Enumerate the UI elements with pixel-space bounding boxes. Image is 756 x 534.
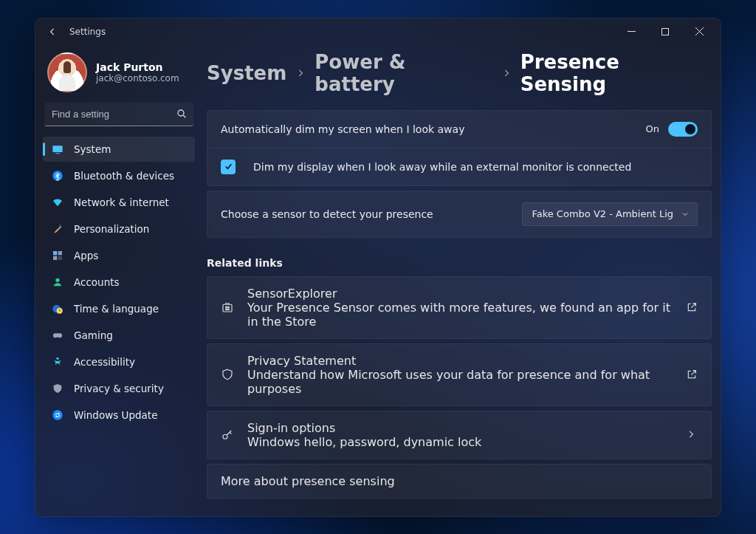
nav-item-label: Accessibility (74, 356, 135, 368)
bluetooth-icon (52, 170, 63, 182)
wifi-icon (52, 196, 63, 208)
svg-rect-14 (223, 304, 232, 312)
chevron-right-icon (501, 68, 512, 78)
link-subtitle: Your Presence Sensor comes with more fea… (247, 301, 673, 329)
nav-item-label: Gaming (74, 329, 113, 341)
nav-item-accounts[interactable]: Accounts (43, 270, 195, 295)
shield-icon (52, 383, 63, 394)
avatar (47, 52, 87, 92)
nav-item-gaming[interactable]: Gaming (43, 323, 195, 348)
nav-item-network[interactable]: Network & internet (43, 190, 195, 215)
key-icon (221, 428, 234, 442)
link-more-about-presence[interactable]: More about presence sensing (207, 465, 711, 498)
nav-item-accessibility[interactable]: Accessibility (43, 349, 195, 374)
app-title: Settings (69, 27, 106, 37)
gamepad-icon (52, 329, 63, 341)
toggle-state-text: On (646, 123, 659, 134)
breadcrumb-power[interactable]: Power & battery (315, 51, 492, 95)
setting-sensor-select: Choose a sensor to detect your presence … (207, 191, 712, 238)
profile-name: Jack Purton (96, 61, 179, 73)
svg-rect-5 (53, 251, 57, 255)
auto-dim-header-row[interactable]: Automatically dim my screen when I look … (207, 111, 711, 148)
nav-item-privacy[interactable]: Privacy & security (43, 376, 195, 401)
svg-rect-0 (662, 28, 669, 35)
store-icon (221, 301, 234, 314)
update-icon (52, 409, 63, 421)
nav-item-label: Windows Update (74, 409, 157, 421)
open-external-icon (686, 301, 698, 313)
link-title: Privacy Statement (247, 354, 673, 368)
link-title: Sign-in options (247, 421, 481, 435)
svg-point-13 (52, 410, 62, 420)
sensor-select-value: Fake Combo V2 - Ambient Lig (532, 208, 673, 219)
nav-list: System Bluetooth & devices Network & int… (43, 137, 195, 428)
profile-email: jack@contoso.com (96, 73, 179, 83)
svg-rect-3 (55, 153, 59, 154)
profile-card[interactable]: Jack Purton jack@contoso.com (43, 45, 195, 103)
svg-rect-8 (58, 256, 62, 259)
close-button[interactable] (682, 18, 716, 45)
nav-item-label: Privacy & security (74, 383, 164, 394)
nav-item-windows-update[interactable]: Windows Update (43, 403, 195, 428)
svg-rect-6 (58, 251, 62, 255)
nav-item-apps[interactable]: Apps (43, 243, 195, 268)
related-link-privacy: Privacy Statement Understand how Microso… (207, 343, 712, 406)
content-area: System Power & battery Presence Sensing … (207, 45, 713, 509)
nav-item-label: Personalization (74, 223, 149, 235)
nav-item-label: Bluetooth & devices (74, 170, 174, 182)
nav-item-system[interactable]: System (43, 137, 195, 162)
settings-window: Settings Jack Purton jack@contoso.com (35, 18, 721, 517)
sensor-select-label: Choose a sensor to detect your presence (221, 208, 509, 220)
globe-clock-icon (52, 303, 63, 315)
related-link-sensor-explorer: SensorExplorer Your Presence Sensor come… (207, 276, 712, 339)
accessibility-icon (52, 356, 63, 368)
svg-rect-2 (52, 146, 62, 152)
link-privacy-statement[interactable]: Privacy Statement Understand how Microso… (207, 344, 711, 405)
auto-dim-toggle[interactable] (668, 122, 698, 137)
external-monitor-label: Dim my display when I look away while an… (249, 161, 631, 173)
breadcrumb: System Power & battery Presence Sensing (207, 49, 712, 110)
nav-item-label: Time & language (74, 303, 159, 315)
minimize-button[interactable] (614, 18, 648, 45)
open-external-icon (686, 369, 698, 380)
nav-item-bluetooth[interactable]: Bluetooth & devices (43, 163, 195, 188)
setting-auto-dim: Automatically dim my screen when I look … (207, 110, 712, 186)
sensor-select[interactable]: Fake Combo V2 - Ambient Lig (522, 202, 698, 226)
link-subtitle: Understand how Microsoft uses your data … (247, 368, 673, 396)
related-link-signin: Sign-in options Windows hello, password,… (207, 411, 712, 459)
chevron-right-icon (295, 68, 306, 78)
nav-item-label: Network & internet (74, 196, 169, 208)
display-icon (52, 143, 63, 155)
back-button[interactable] (41, 21, 63, 43)
breadcrumb-current: Presence Sensing (520, 51, 712, 95)
account-icon (52, 276, 63, 288)
search-box[interactable] (44, 103, 193, 126)
link-sensor-explorer[interactable]: SensorExplorer Your Presence Sensor come… (207, 277, 711, 338)
link-subtitle: Windows hello, password, dynamic lock (247, 435, 481, 449)
auto-dim-title: Automatically dim my screen when I look … (221, 123, 633, 135)
search-input[interactable] (44, 103, 193, 126)
brush-icon (52, 223, 63, 235)
apps-icon (52, 250, 63, 261)
title-bar: Settings (35, 18, 721, 45)
nav-item-label: Accounts (74, 276, 120, 288)
auto-dim-external-row[interactable]: Dim my display when I look away while an… (207, 148, 711, 185)
breadcrumb-system[interactable]: System (207, 62, 286, 84)
nav-item-label: Apps (74, 250, 98, 261)
search-icon (176, 108, 188, 120)
external-monitor-checkbox[interactable] (221, 160, 236, 174)
link-sign-in-options[interactable]: Sign-in options Windows hello, password,… (207, 411, 711, 459)
nav-item-personalization[interactable]: Personalization (43, 216, 195, 242)
nav-item-label: System (74, 143, 111, 155)
nav-item-time-language[interactable]: Time & language (43, 296, 195, 321)
link-title: SensorExplorer (247, 287, 673, 301)
svg-point-15 (223, 434, 227, 439)
svg-point-12 (56, 357, 58, 359)
navigation-pane: Jack Purton jack@contoso.com System Blue… (43, 45, 195, 509)
svg-point-1 (178, 110, 184, 116)
maximize-button[interactable] (648, 18, 682, 45)
shield-outline-icon (221, 368, 234, 381)
chevron-right-icon (686, 429, 698, 441)
related-link-more: More about presence sensing (207, 464, 712, 499)
sensor-select-row: Choose a sensor to detect your presence … (207, 191, 711, 237)
